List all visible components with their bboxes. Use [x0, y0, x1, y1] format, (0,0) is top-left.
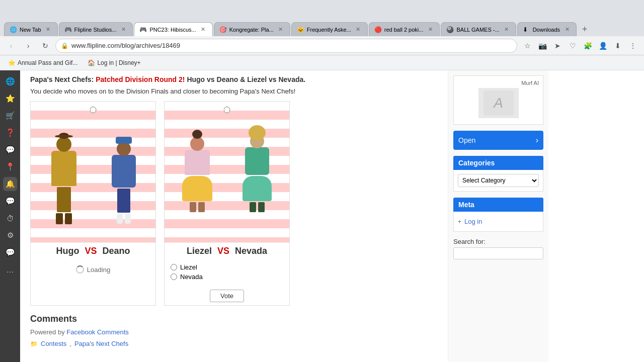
tag-pnc-link[interactable]: Papa's Next Chefs [74, 340, 128, 347]
search-section: Search for: [453, 238, 543, 259]
sidebar-icon-bookmarks[interactable]: ⭐ [3, 92, 17, 106]
vote-radio-input-match1[interactable] [90, 107, 97, 113]
loading-spinner-match1 [76, 265, 84, 274]
comments-title: Comments [30, 314, 438, 324]
sidebar-icon-shopping[interactable]: 🛒 [3, 109, 17, 123]
vote-bg-match1 [31, 102, 155, 242]
category-select[interactable]: Select Category Contests News Papa's Nex… [458, 174, 539, 187]
bookmark-disney[interactable]: 🏠 Log in | Disney+ [85, 58, 143, 67]
vote-label-match1: Hugo VS Deano [31, 242, 155, 259]
sidebar-icon-settings[interactable]: ⚙ [3, 228, 17, 242]
tab-favicon-6: 🔴 [374, 26, 381, 33]
tab-flipline[interactable]: 🎮 Flipline Studios... ✕ [59, 22, 133, 36]
sidebar-icon-notifications[interactable]: 🔔 [3, 177, 17, 191]
reload-button[interactable]: ↻ [38, 39, 52, 53]
title-bar [0, 0, 644, 18]
share-button[interactable]: ➤ [550, 39, 565, 53]
post-header: Papa's Next Chefs: Patched Division Roun… [30, 75, 438, 83]
tab-ballgames[interactable]: 🎱 BALL GAMES -... ✕ [441, 22, 516, 36]
open-button-arrow: › [536, 136, 538, 145]
murf-ai-widget: Murf AI A [453, 75, 543, 125]
vote-option-liezel-label: Liezel [180, 263, 197, 271]
tab-label-7: BALL GAMES -... [456, 27, 499, 33]
voting-row: Hugo VS Deano Loading [30, 101, 438, 306]
sidebar-icon-feedback[interactable]: 💬 [3, 245, 17, 259]
bookmark-star-button[interactable]: ☆ [520, 39, 534, 53]
tab-downloads[interactable]: ⬇ Downloads ✕ [517, 22, 577, 36]
tab-favicon-7: 🎱 [446, 26, 453, 33]
tab-close-3[interactable]: ✕ [199, 26, 207, 34]
murf-logo-text: A [494, 95, 503, 111]
tab-label-4: Kongregate: Pla... [229, 27, 274, 33]
sidebar-icon-messenger[interactable]: 💬 [3, 143, 17, 157]
vote-button-match2[interactable]: Vote [210, 290, 244, 302]
download-button[interactable]: ⬇ [611, 39, 625, 53]
post-header-rest: Hugo vs Deano & Liezel vs Nevada. [187, 75, 305, 83]
profile-button[interactable]: 👤 [596, 39, 610, 53]
tab-kongregate[interactable]: 🎯 Kongregate: Pla... ✕ [214, 22, 290, 36]
vote-radio-liezel[interactable] [171, 264, 177, 270]
loading-area-match1: Loading [31, 259, 155, 280]
new-tab-button[interactable]: + [578, 22, 592, 36]
vs-label-match1: VS [85, 246, 97, 256]
tab-faq[interactable]: 🐱 Frequently Aske... ✕ [291, 22, 368, 36]
char-right-label-match1: Deano [103, 246, 130, 256]
log-in-label: Log in [464, 218, 482, 225]
tab-favicon-3: 🎮 [139, 26, 146, 33]
tag-contests-link[interactable]: Contests [41, 340, 66, 347]
menu-button[interactable]: ⋮ [626, 39, 640, 53]
heart-button[interactable]: ♡ [566, 39, 580, 53]
vote-radio-match1 [90, 107, 97, 115]
address-bar[interactable]: 🔒 www.flipline.com/blog/archives/18469 [55, 39, 517, 53]
facebook-comments-link[interactable]: Facebook Comments [66, 328, 129, 336]
browser-area: 🌐 ⭐ 🛒 ❓ 💬 📍 🔔 💬 ⏱ ⚙ 💬 … Papa's Next Chef… [0, 70, 644, 362]
back-button[interactable]: ‹ [4, 39, 18, 53]
extension-button[interactable]: 🧩 [581, 39, 595, 53]
post-header-title: Papa's Next Chefs: [30, 75, 94, 83]
sidebar-icon-home[interactable]: 🌐 [3, 74, 17, 88]
comments-section: Comments Powered by Facebook Comments 📁 … [30, 314, 438, 347]
sidebar-icon-more[interactable]: … [3, 262, 17, 277]
sidebar-icon-chat[interactable]: 💬 [3, 194, 17, 208]
tab-label-5: Frequently Aske... [307, 27, 351, 33]
tab-close-4[interactable]: ✕ [277, 26, 285, 34]
tab-favicon-8: ⬇ [523, 26, 530, 33]
bookmark-annual-pass[interactable]: ⭐ Annual Pass and Gif... [5, 58, 80, 67]
tab-label-2: Flipline Studios... [74, 27, 117, 33]
lock-icon: 🔒 [61, 42, 68, 49]
tab-close-7[interactable]: ✕ [503, 26, 511, 34]
loading-text-match1: Loading [87, 266, 110, 274]
sidebar-icon-help[interactable]: ❓ [3, 126, 17, 140]
meta-header: Meta [453, 198, 543, 212]
meta-body: + Log in [453, 212, 543, 232]
nav-bar: ‹ › ↻ 🔒 www.flipline.com/blog/archives/1… [0, 36, 644, 55]
screenshot-button[interactable]: 📷 [535, 39, 549, 53]
tab-favicon-1: 🌐 [10, 26, 17, 33]
search-label: Search for: [453, 238, 543, 245]
browser-left-sidebar: 🌐 ⭐ 🛒 ❓ 💬 📍 🔔 💬 ⏱ ⚙ 💬 … [0, 70, 20, 362]
forward-button[interactable]: › [21, 39, 35, 53]
tab-pnc23[interactable]: 🎮 PNC23: Hibiscus... ✕ [134, 22, 212, 36]
tab-close-6[interactable]: ✕ [426, 26, 434, 34]
categories-body: Select Category Contests News Papa's Nex… [453, 170, 543, 192]
post-description: You decide who moves on to the Division … [30, 87, 438, 95]
vote-radio-nevada[interactable] [171, 274, 177, 280]
tab-label-6: red ball 2 poki... [384, 27, 424, 33]
powered-by: Powered by Facebook Comments [30, 328, 438, 336]
sidebar-icon-timer[interactable]: ⏱ [3, 211, 17, 225]
tab-new-tab[interactable]: 🌐 New Tab ✕ [4, 22, 58, 36]
tab-close-8[interactable]: ✕ [563, 26, 571, 34]
vote-radio-input-match2[interactable] [224, 107, 230, 113]
tab-close-5[interactable]: ✕ [354, 26, 362, 34]
log-in-item[interactable]: + Log in [458, 216, 539, 227]
tab-close-2[interactable]: ✕ [119, 26, 127, 34]
vote-bg-match2 [165, 102, 289, 242]
tab-redball[interactable]: 🔴 red ball 2 poki... ✕ [369, 22, 440, 36]
search-input[interactable] [453, 247, 543, 259]
sidebar-icon-maps[interactable]: 📍 [3, 160, 17, 174]
categories-section: Categories Select Category Contests News… [453, 156, 543, 192]
tab-close-1[interactable]: ✕ [44, 26, 52, 34]
bookmarks-bar: ⭐ Annual Pass and Gif... 🏠 Log in | Disn… [0, 55, 644, 70]
meta-plus-icon: + [458, 218, 461, 225]
open-button[interactable]: Open › [453, 131, 543, 150]
